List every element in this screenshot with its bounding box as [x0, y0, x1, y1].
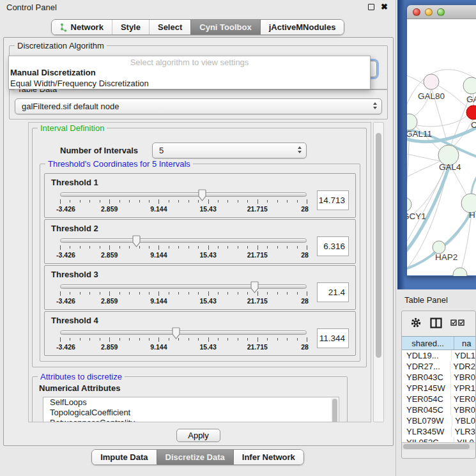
network-node-gcy1[interactable]	[407, 197, 411, 211]
tick-mark	[198, 292, 199, 295]
tick-mark	[208, 337, 209, 342]
attributes-list-scrollbar[interactable]	[331, 398, 338, 422]
network-node-gal[interactable]	[463, 77, 476, 94]
table-row[interactable]: YBL079WYBL0	[402, 415, 475, 426]
select-columns-icon[interactable]	[450, 319, 464, 326]
tick-mark	[149, 338, 150, 341]
tab-network[interactable]: Network	[52, 20, 112, 35]
table-row[interactable]: YIL052CYIL0	[402, 437, 475, 442]
tick-mark	[70, 246, 70, 249]
number-of-intervals-combobox[interactable]: 5	[152, 142, 307, 158]
network-edge[interactable]	[407, 160, 443, 179]
algorithm-option[interactable]: Equal Width/Frequency Discretization	[9, 78, 370, 89]
network-node-gal80[interactable]	[424, 74, 439, 89]
tab-jactivemnodules[interactable]: jActiveMNodules	[260, 20, 344, 35]
cell-shared-name: YDR27...	[402, 361, 450, 372]
node-label: C	[471, 120, 476, 130]
threshold-slider[interactable]: -3.4262.8599.14415.4321.71528	[60, 281, 307, 308]
algorithm-group-title: Discretization Algorithm	[15, 41, 107, 50]
table-row[interactable]: YBR045CYBR0	[402, 404, 475, 415]
tab-style[interactable]: Style	[112, 20, 149, 35]
threshold-panel-2: Threshold 2-3.4262.8599.14415.4321.71528…	[44, 219, 356, 264]
tab-impute-data[interactable]: Impute Data	[92, 450, 156, 464]
tick-label: 9.144	[150, 205, 167, 213]
cell-name: YIL0	[454, 437, 475, 442]
tick-mark	[297, 338, 298, 341]
table-horizontal-scrollbar[interactable]	[402, 442, 475, 450]
close-traffic-light-icon[interactable]	[413, 8, 420, 16]
threshold-slider[interactable]: -3.4262.8599.14415.4321.71528	[60, 235, 307, 262]
tick-mark	[178, 200, 179, 203]
minimize-traffic-light-icon[interactable]	[425, 8, 433, 16]
threshold-slider[interactable]: -3.4262.8599.14415.4321.71528	[60, 327, 307, 354]
threshold-slider[interactable]: -3.4262.8599.14415.4321.71528	[60, 189, 307, 216]
slider-thumb[interactable]	[197, 189, 208, 202]
slider-thumb[interactable]	[131, 235, 142, 248]
tick-mark	[188, 338, 189, 341]
checkbox-icon	[450, 319, 457, 326]
tick-label: -3.426	[56, 251, 75, 259]
tick-mark	[60, 245, 61, 250]
algorithm-hint: Select algorithm to view settings	[9, 56, 370, 67]
zoom-traffic-light-icon[interactable]	[437, 8, 445, 16]
algorithm-option[interactable]: Manual Discretization	[9, 67, 370, 78]
table-row[interactable]: YPR145WYPR1	[402, 383, 475, 394]
network-node[interactable]	[453, 268, 467, 276]
tick-label: 15.43	[199, 297, 216, 305]
tick-mark	[89, 200, 90, 203]
network-node-hap2[interactable]	[433, 241, 445, 254]
network-canvas[interactable]: GAL80GALCGAL11GAL4GCY1HHAP2	[407, 19, 476, 275]
column-view-icon[interactable]	[430, 318, 442, 328]
tick-label: 28	[301, 251, 309, 259]
slider-track[interactable]	[60, 284, 307, 289]
tick-mark	[208, 291, 209, 296]
column-header-shared-name[interactable]: shared...	[402, 337, 454, 349]
tick-mark	[267, 200, 268, 203]
threshold-value-field[interactable]: 14.713	[317, 190, 349, 210]
attribute-item[interactable]: SelfLoops	[43, 397, 339, 408]
tab-cyni-toolbox[interactable]: Cyni Toolbox	[190, 20, 259, 35]
threshold-value-field[interactable]: 11.344	[317, 328, 349, 348]
apply-button[interactable]: Apply	[176, 429, 220, 442]
network-node-c[interactable]	[466, 105, 476, 119]
gear-icon[interactable]	[410, 317, 422, 328]
table-row[interactable]: YDR27...YDR2	[402, 361, 475, 372]
slider-thumb[interactable]	[249, 281, 260, 294]
slider-track[interactable]	[60, 330, 307, 335]
bottom-tab-bar: Impute DataDiscretize DataInfer Network	[91, 449, 304, 465]
tick-mark	[297, 292, 298, 295]
attribute-item[interactable]: BetweennessCentrality	[43, 418, 339, 422]
network-edge-highlighted[interactable]	[407, 166, 449, 254]
table-row[interactable]: YLR345WYLR3	[402, 426, 475, 437]
network-window: GAL80GALCGAL11GAL4GCY1HHAP2	[407, 5, 476, 276]
tab-select[interactable]: Select	[149, 20, 190, 35]
slider-track[interactable]	[60, 192, 307, 197]
network-node-gal11[interactable]	[407, 114, 417, 130]
tick-mark	[80, 200, 81, 203]
threshold-panel-3: Threshold 3-3.4262.8599.14415.4321.71528…	[44, 265, 356, 310]
table-row[interactable]: YBR043CYBR0	[402, 372, 475, 383]
node-label: HAP2	[435, 252, 457, 262]
float-window-icon[interactable]	[368, 4, 374, 10]
slider-thumb[interactable]	[171, 327, 181, 340]
table-data-combobox[interactable]: galFiltered.sif default node	[15, 98, 382, 114]
tick-mark	[129, 200, 130, 203]
numerical-attributes-list[interactable]: SelfLoopsTopologicalCoefficientBetweenne…	[43, 397, 339, 422]
tab-discretize-data[interactable]: Discretize Data	[157, 450, 233, 464]
tick-mark	[149, 246, 150, 249]
threshold-value-field[interactable]: 21.4	[317, 282, 349, 302]
close-icon[interactable]: ✖	[381, 3, 388, 11]
table-row[interactable]: YDL19...YDL1	[402, 350, 475, 361]
table-row[interactable]: YER054CYER0	[402, 394, 475, 404]
attribute-item[interactable]: TopologicalCoefficient	[43, 408, 339, 418]
tab-label: jActiveMNodules	[269, 22, 336, 32]
algorithm-dropdown-popup: Select algorithm to view settings Manual…	[8, 56, 371, 89]
settings-scrollbar[interactable]	[373, 122, 384, 422]
tab-infer-network[interactable]: Infer Network	[233, 450, 303, 464]
slider-track[interactable]	[60, 238, 307, 243]
network-edge[interactable]	[407, 153, 440, 161]
column-header-name[interactable]: na	[454, 337, 475, 349]
threshold-value-field[interactable]: 6.316	[317, 236, 349, 256]
tick-mark	[100, 246, 100, 249]
tick-label: 2.859	[101, 251, 118, 259]
